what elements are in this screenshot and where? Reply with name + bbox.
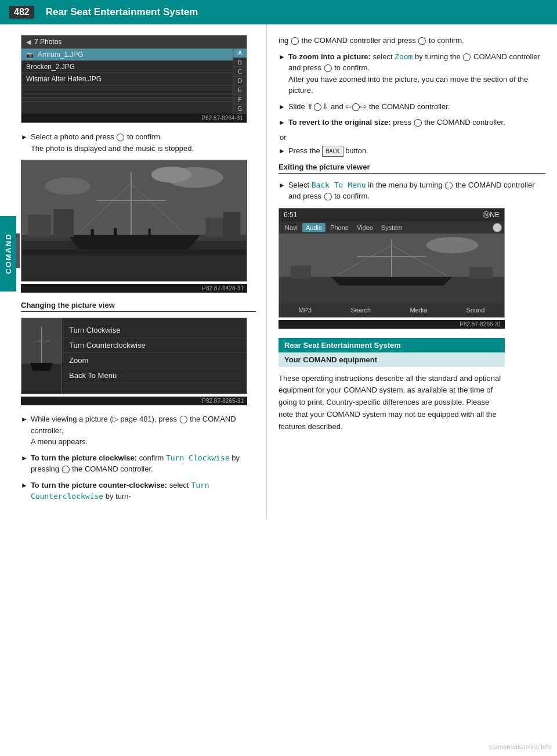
svg-marker-24 — [30, 363, 53, 371]
bullet-revert: ► To revert to the original size: press … — [278, 117, 545, 128]
photo-list-screenshot: ◀ 7 Photos 📷 Amrum_1.JPG Brocken_2.JPG W… — [21, 35, 247, 123]
comand-tab-system: System — [378, 223, 406, 232]
bullet-turn-cw-text: To turn the picture clockwise: confirm T… — [31, 452, 256, 475]
comand-screen: 6:51 ⓃNE Navi Audio Phone Video System — [278, 208, 505, 318]
menu-thumbnail — [21, 318, 62, 394]
comand-time: 6:51 — [284, 211, 297, 219]
right-column: ing ◯ the COMAND controller and press ◯ … — [267, 24, 557, 519]
svg-rect-18 — [114, 228, 117, 236]
menu-box-footer: P82.87-8265-31 — [21, 397, 247, 405]
bullet-turn-ccw: ► To turn the picture counter-clockwise:… — [21, 480, 256, 502]
comand-knob-icon — [493, 223, 502, 232]
header-bar: 482 Rear Seat Entertainment System — [0, 0, 557, 24]
bullet-arrow-3: ► — [21, 453, 28, 463]
svg-point-34 — [426, 237, 479, 253]
select-photo-block: ► Select a photo and press ◯ to confirm.… — [21, 131, 256, 154]
rse-subheader: Your COMAND equipment — [278, 352, 505, 367]
photo-filename-1: Amrum_1.JPG — [38, 51, 228, 59]
side-marker — [16, 233, 20, 268]
svg-marker-4 — [68, 235, 200, 250]
alpha-e: E — [233, 86, 247, 95]
main-content: COMAND ◀ 7 Photos 📷 Amrum_1.JPG Brocken_… — [0, 24, 557, 519]
back-button-badge: BACK — [322, 146, 343, 157]
comand-boat-image — [279, 233, 504, 303]
section-exiting: Exiting the picture viewer — [278, 163, 545, 174]
photo-filename-3: Wismar Alter Hafen.JPG — [26, 75, 228, 83]
alpha-g: G — [233, 105, 247, 114]
svg-rect-12 — [223, 212, 241, 237]
menu-item-zoom: Zoom — [62, 353, 247, 368]
rse-body: These operating instructions describe al… — [278, 373, 505, 433]
comand-nav-tabs: Navi Audio Phone Video System — [279, 222, 504, 233]
bullet-turn-ccw-text: To turn the picture counter-clockwise: s… — [31, 480, 256, 502]
photo-list-items: 📷 Amrum_1.JPG Brocken_2.JPG Wismar Alter… — [21, 49, 233, 114]
menu-item-turn-cw: Turn Clockwise — [62, 323, 247, 338]
bullet-arrow-4: ► — [21, 480, 28, 491]
page-title: Rear Seat Entertainment System — [46, 6, 198, 18]
or-text: or — [280, 133, 545, 142]
bullet-arrow-5: ► — [278, 52, 285, 62]
comand-tab-video: Video — [353, 223, 377, 232]
bullet-revert-text: To revert to the original size: press ◯ … — [288, 117, 505, 128]
watermark: carmanualsonline.info — [489, 743, 551, 750]
svg-rect-35 — [291, 265, 311, 279]
bullet-while-text: While viewing a picture (▷ page 481), pr… — [31, 413, 256, 448]
comand-bottom-tab-mp3: MP3 — [295, 305, 316, 315]
menu-item-back-to-menu: Back To Menu — [62, 368, 247, 383]
bullet-press-back-text: Press the BACK button. — [288, 145, 368, 157]
bullet-press-back: ► Press the BACK button. — [278, 145, 545, 157]
bullet-select-photo: ► Select a photo and press ◯ to confirm.… — [21, 131, 256, 154]
section-changing: Changing the picture view — [21, 301, 256, 312]
photo-list-title: 7 Photos — [34, 38, 62, 46]
svg-rect-10 — [53, 209, 74, 237]
alpha-a: A — [233, 49, 247, 58]
photo-row-2: Brocken_2.JPG — [21, 61, 233, 73]
svg-marker-30 — [331, 276, 453, 285]
photo-list-header: ◀ 7 Photos — [21, 35, 247, 49]
svg-rect-36 — [469, 267, 493, 279]
rse-header: Rear Seat Entertainment System — [278, 338, 505, 352]
bullet-arrow-9: ► — [278, 180, 285, 190]
svg-rect-16 — [22, 250, 246, 255]
left-column: ◀ 7 Photos 📷 Amrum_1.JPG Brocken_2.JPG W… — [0, 24, 267, 519]
bullet-turn-cw: ► To turn the picture clockwise: confirm… — [21, 452, 256, 475]
bullet-turn-ccw-continue: ing ◯ the COMAND controller and press ◯ … — [278, 35, 545, 46]
menu-thumb-boat — [21, 318, 62, 393]
bullet-block-exiting: ► Select Back To Menu in the menu by tur… — [278, 179, 545, 202]
comand-bottom-tabs: MP3 Search Media Sound — [279, 303, 504, 317]
menu-box-screenshot: Turn Clockwise Turn Counterclockwise Zoo… — [21, 318, 247, 394]
bullet-arrow-6: ► — [278, 102, 285, 112]
photo-row-1: 📷 Amrum_1.JPG — [21, 49, 233, 61]
page-number: 482 — [9, 6, 34, 19]
comand-tab-phone: Phone — [327, 223, 352, 232]
photo-row-4 — [21, 85, 233, 89]
svg-rect-17 — [91, 229, 94, 236]
photo-row-6 — [21, 93, 233, 98]
comand-tab-navi: Navi — [281, 223, 301, 232]
comand-image-area — [279, 233, 504, 303]
photo-filename-2: Brocken_2.JPG — [26, 63, 228, 71]
bullet-while-viewing: ► While viewing a picture (▷ page 481), … — [21, 413, 256, 448]
alpha-b: B — [233, 58, 247, 67]
bullet-arrow-2: ► — [21, 414, 28, 424]
comand-bottom-tab-sound: Sound — [463, 305, 489, 315]
alpha-f: F — [233, 95, 247, 105]
svg-rect-19 — [149, 229, 151, 236]
main-photo-screenshot — [21, 160, 247, 282]
bullet-arrow-7: ► — [278, 117, 285, 128]
bullet-slide-text: Slide ⇧◯⇩ and ⇦◯⇨ the COMAND controller. — [288, 101, 450, 113]
boat-image — [21, 160, 247, 281]
svg-point-15 — [45, 178, 91, 195]
comand-indicator: ⓃNE — [483, 210, 500, 220]
bullet-zoom-text: To zoom into a picture: select Zoom by t… — [288, 51, 545, 96]
bullet-arrow-8: ► — [278, 146, 285, 156]
comand-footer: P82.87-8266-31 — [278, 320, 505, 329]
photo-list-footer: P82.87-8264-31 — [21, 114, 247, 123]
svg-rect-9 — [28, 215, 51, 237]
menu-box-inner: Turn Clockwise Turn Counterclockwise Zoo… — [21, 318, 247, 394]
bullet-select-back: ► Select Back To Menu in the menu by tur… — [278, 179, 545, 202]
alpha-d: D — [233, 77, 247, 86]
side-tab-comand: COMAND — [0, 216, 16, 291]
bullet-turn-ccw-cont-text: ing ◯ the COMAND controller and press ◯ … — [278, 35, 464, 46]
photo-list-alpha: A B C D E F G — [233, 49, 247, 114]
